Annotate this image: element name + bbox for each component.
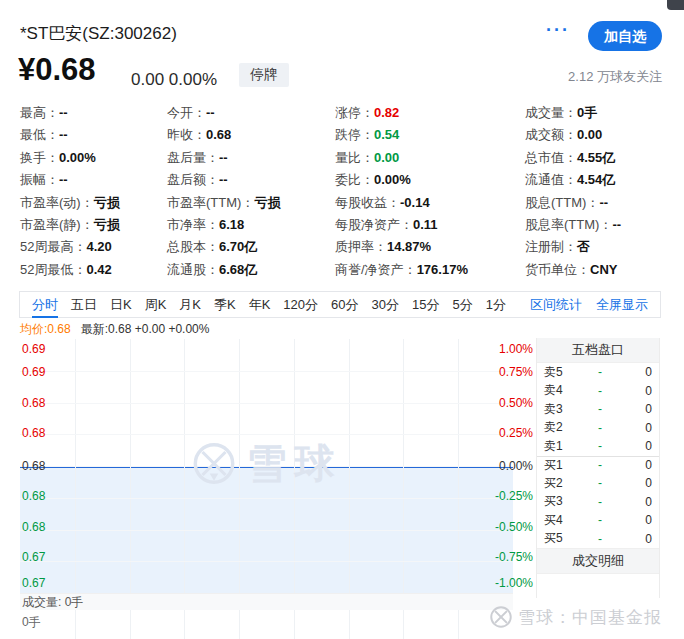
order-book-panel: 五档盘口 卖5-0卖4-0卖3-0卖2-0卖1-0买1-0买2-0买3-0买4-… <box>536 338 660 598</box>
stat-cell: 52周最高：4.20 <box>20 236 167 258</box>
stat-value: -- <box>599 195 608 210</box>
y-axis-percent-label: -0.25% <box>495 489 533 503</box>
gridline-vertical <box>403 610 404 639</box>
gridline-horizontal <box>20 371 513 372</box>
stat-value: -- <box>219 150 228 165</box>
tab-item[interactable]: 年K <box>249 292 271 317</box>
order-book-row: 买3-0 <box>537 493 659 512</box>
stat-value: 否 <box>577 239 590 254</box>
stat-label: 涨停： <box>335 105 374 120</box>
stat-value: 0.00 <box>577 127 602 142</box>
tab-item[interactable]: 120分 <box>283 292 318 317</box>
y-axis-percent-label: 0.25% <box>499 426 533 440</box>
gridline-vertical <box>294 610 295 639</box>
footer-watermark: 雪球：中国基金报 <box>489 605 662 629</box>
tab-item[interactable]: 周K <box>145 292 167 317</box>
current-price: ¥0.68 <box>18 52 96 88</box>
order-level-name: 卖4 <box>544 382 576 399</box>
stat-label: 盘后额： <box>167 172 219 187</box>
range-statistics-link[interactable]: 区间统计 <box>530 296 582 314</box>
tab-item[interactable]: 1分 <box>486 292 506 317</box>
stat-label: 52周最高： <box>20 239 86 254</box>
y-axis-percent-label: 0.50% <box>499 396 533 410</box>
fullscreen-link[interactable]: 全屏显示 <box>596 296 648 314</box>
latest-price-label: 最新:0.68 +0.00 +0.00% <box>81 322 210 336</box>
stat-cell: 盘后量：-- <box>167 147 335 169</box>
stat-cell: 股息(TTM)：-- <box>525 192 664 214</box>
tabbar-right-links: 区间统计 全屏显示 <box>530 296 648 314</box>
order-book-row: 卖4-0 <box>537 382 659 401</box>
stat-value: 4.54亿 <box>577 172 615 187</box>
stat-label: 最低： <box>20 127 59 142</box>
stat-cell: 每股收益：-0.14 <box>335 192 525 214</box>
stat-value: 6.18 <box>219 217 244 232</box>
gridline-vertical <box>130 610 131 639</box>
stat-cell: 总市值：4.55亿 <box>525 147 664 169</box>
more-options-button[interactable]: ··· <box>546 20 570 41</box>
y-axis-price-label: 0.69 <box>22 342 45 356</box>
tab-item[interactable]: 5分 <box>452 292 472 317</box>
order-level-name: 卖2 <box>544 419 576 436</box>
tab-item[interactable]: 月K <box>179 292 201 317</box>
stat-cell: 52周最低：0.42 <box>20 259 167 281</box>
order-level-volume: 0 <box>624 439 652 453</box>
order-book-rows: 卖5-0卖4-0卖3-0卖2-0卖1-0买1-0买2-0买3-0买4-0买5-0 <box>537 363 659 548</box>
stat-value: 0.54 <box>374 127 399 142</box>
tab-item[interactable]: 分时 <box>32 292 58 317</box>
xueqiu-logo-icon <box>191 440 237 486</box>
order-book-row: 卖1-0 <box>537 437 659 456</box>
volume-axis-label: 0手 <box>22 614 41 631</box>
order-level-volume: 0 <box>624 495 652 509</box>
y-axis-price-label: 0.67 <box>22 550 45 564</box>
volume-chart[interactable]: 0手 <box>20 610 513 639</box>
tab-item[interactable]: 五日 <box>71 292 97 317</box>
stat-label: 市净率： <box>167 217 219 232</box>
order-level-price: - <box>576 365 624 379</box>
stat-label: 市盈率(TTM)： <box>167 195 254 210</box>
tab-list: 分时五日日K周K月K季K年K120分60分30分15分5分1分 <box>32 292 506 317</box>
order-level-name: 买4 <box>544 512 576 529</box>
stat-label: 最高： <box>20 105 59 120</box>
stat-label: 跌停： <box>335 127 374 142</box>
stat-cell: 流通值：4.54亿 <box>525 169 664 191</box>
stat-label: 股息率(TTM)： <box>525 217 612 232</box>
tab-item[interactable]: 日K <box>110 292 132 317</box>
order-level-volume: 0 <box>624 365 652 379</box>
order-level-volume: 0 <box>624 476 652 490</box>
corner-widget[interactable] <box>667 0 684 10</box>
stat-value: 0.11 <box>413 217 438 232</box>
order-level-name: 买2 <box>544 475 576 492</box>
followers-count: 2.12 万球友关注 <box>568 68 662 86</box>
order-book-row: 卖5-0 <box>537 363 659 382</box>
stat-cell: 总股本：6.70亿 <box>167 236 335 258</box>
order-book-row: 卖2-0 <box>537 419 659 438</box>
stat-value: 0.00% <box>59 150 96 165</box>
trade-detail-title[interactable]: 成交明细 <box>537 548 659 574</box>
order-book-title: 五档盘口 <box>537 338 659 363</box>
chart-watermark-text: 雪球 <box>247 436 343 491</box>
stat-label: 注册制： <box>525 239 577 254</box>
y-axis-percent-label: 0.00% <box>499 459 533 473</box>
tab-item[interactable]: 60分 <box>331 292 358 317</box>
gridline-horizontal <box>20 403 513 404</box>
stat-value: 0.82 <box>374 105 399 120</box>
tab-item[interactable]: 15分 <box>412 292 439 317</box>
order-level-price: - <box>576 421 624 435</box>
order-level-volume: 0 <box>624 421 652 435</box>
gridline-horizontal <box>20 561 513 562</box>
order-level-volume: 0 <box>624 384 652 398</box>
stat-label: 股息(TTM)： <box>525 195 599 210</box>
add-watchlist-button[interactable]: 加自选 <box>588 21 662 51</box>
stat-cell: 质押率：14.87% <box>335 236 525 258</box>
tab-item[interactable]: 30分 <box>372 292 399 317</box>
stat-label: 质押率： <box>335 239 387 254</box>
stat-cell: 涨停：0.82 <box>335 102 525 124</box>
y-axis-price-label: 0.68 <box>22 396 45 410</box>
stat-label: 盘后量： <box>167 150 219 165</box>
tab-item[interactable]: 季K <box>214 292 236 317</box>
intraday-chart[interactable]: 雪球 0.690.690.680.680.680.680.680.670.671… <box>20 339 513 593</box>
stat-cell: 商誉/净资产：176.17% <box>335 259 525 281</box>
order-level-volume: 0 <box>624 532 652 546</box>
order-level-price: - <box>576 384 624 398</box>
stat-cell: 委比：0.00% <box>335 169 525 191</box>
